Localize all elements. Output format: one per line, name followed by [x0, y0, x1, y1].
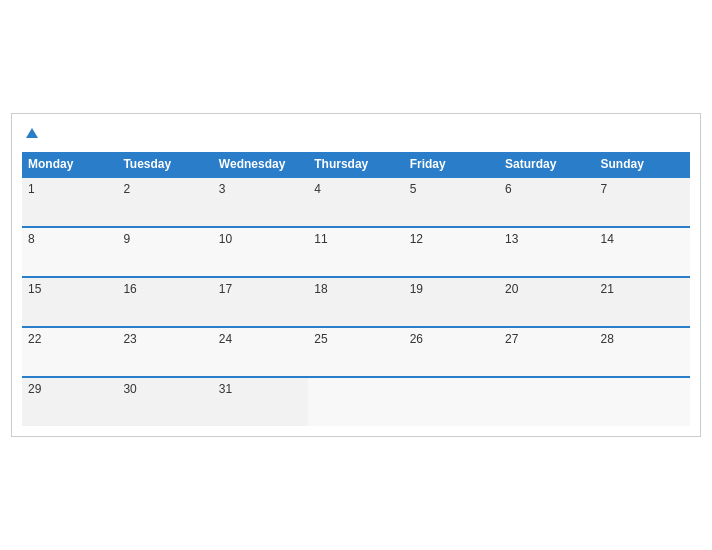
calendar-day-cell: 25: [308, 327, 403, 377]
day-number: 12: [410, 232, 423, 246]
day-number: 2: [123, 182, 130, 196]
weekday-header: Tuesday: [117, 152, 212, 177]
calendar-header-row: MondayTuesdayWednesdayThursdayFridaySatu…: [22, 152, 690, 177]
calendar-day-cell: 5: [404, 177, 499, 227]
day-number: 20: [505, 282, 518, 296]
day-number: 25: [314, 332, 327, 346]
calendar-day-cell: 4: [308, 177, 403, 227]
calendar-day-cell: 17: [213, 277, 308, 327]
weekday-header: Friday: [404, 152, 499, 177]
calendar-grid: MondayTuesdayWednesdayThursdayFridaySatu…: [22, 152, 690, 426]
day-number: 26: [410, 332, 423, 346]
calendar-day-cell: 9: [117, 227, 212, 277]
day-number: 14: [601, 232, 614, 246]
day-number: 4: [314, 182, 321, 196]
calendar-week-row: 891011121314: [22, 227, 690, 277]
day-number: 13: [505, 232, 518, 246]
day-number: 6: [505, 182, 512, 196]
day-number: 7: [601, 182, 608, 196]
calendar-day-cell: 1: [22, 177, 117, 227]
day-number: 28: [601, 332, 614, 346]
day-number: 23: [123, 332, 136, 346]
calendar-day-cell: [308, 377, 403, 426]
calendar-day-cell: 23: [117, 327, 212, 377]
calendar-week-row: 293031: [22, 377, 690, 426]
day-number: 19: [410, 282, 423, 296]
day-number: 3: [219, 182, 226, 196]
day-number: 15: [28, 282, 41, 296]
calendar-header: [22, 124, 690, 142]
calendar-day-cell: 14: [595, 227, 690, 277]
calendar-day-cell: 18: [308, 277, 403, 327]
day-number: 24: [219, 332, 232, 346]
day-number: 27: [505, 332, 518, 346]
calendar-day-cell: 3: [213, 177, 308, 227]
day-number: 8: [28, 232, 35, 246]
logo-area: [24, 128, 38, 138]
day-number: 17: [219, 282, 232, 296]
calendar-day-cell: [595, 377, 690, 426]
calendar-day-cell: 26: [404, 327, 499, 377]
calendar-day-cell: 12: [404, 227, 499, 277]
day-number: 16: [123, 282, 136, 296]
calendar-day-cell: 8: [22, 227, 117, 277]
day-number: 29: [28, 382, 41, 396]
day-number: 9: [123, 232, 130, 246]
calendar-day-cell: 27: [499, 327, 594, 377]
day-number: 1: [28, 182, 35, 196]
day-number: 31: [219, 382, 232, 396]
calendar-day-cell: 10: [213, 227, 308, 277]
calendar-day-cell: 24: [213, 327, 308, 377]
calendar-day-cell: 21: [595, 277, 690, 327]
calendar-day-cell: 19: [404, 277, 499, 327]
calendar-day-cell: [404, 377, 499, 426]
weekday-header: Saturday: [499, 152, 594, 177]
calendar-day-cell: 2: [117, 177, 212, 227]
calendar-day-cell: 28: [595, 327, 690, 377]
weekday-header: Sunday: [595, 152, 690, 177]
calendar-day-cell: 16: [117, 277, 212, 327]
calendar-week-row: 1234567: [22, 177, 690, 227]
weekday-header: Thursday: [308, 152, 403, 177]
logo-triangle-icon: [26, 128, 38, 138]
calendar-day-cell: 13: [499, 227, 594, 277]
weekday-header: Monday: [22, 152, 117, 177]
calendar-week-row: 22232425262728: [22, 327, 690, 377]
calendar-day-cell: 20: [499, 277, 594, 327]
calendar-day-cell: 15: [22, 277, 117, 327]
calendar-day-cell: 30: [117, 377, 212, 426]
calendar-day-cell: 6: [499, 177, 594, 227]
weekday-header: Wednesday: [213, 152, 308, 177]
calendar-day-cell: 29: [22, 377, 117, 426]
calendar-day-cell: 11: [308, 227, 403, 277]
calendar-day-cell: 7: [595, 177, 690, 227]
day-number: 18: [314, 282, 327, 296]
day-number: 5: [410, 182, 417, 196]
calendar-day-cell: 31: [213, 377, 308, 426]
calendar-week-row: 15161718192021: [22, 277, 690, 327]
calendar-day-cell: [499, 377, 594, 426]
day-number: 21: [601, 282, 614, 296]
day-number: 11: [314, 232, 327, 246]
calendar-day-cell: 22: [22, 327, 117, 377]
calendar-container: MondayTuesdayWednesdayThursdayFridaySatu…: [11, 113, 701, 437]
day-number: 30: [123, 382, 136, 396]
calendar-body: 1234567891011121314151617181920212223242…: [22, 177, 690, 426]
day-number: 10: [219, 232, 232, 246]
day-number: 22: [28, 332, 41, 346]
